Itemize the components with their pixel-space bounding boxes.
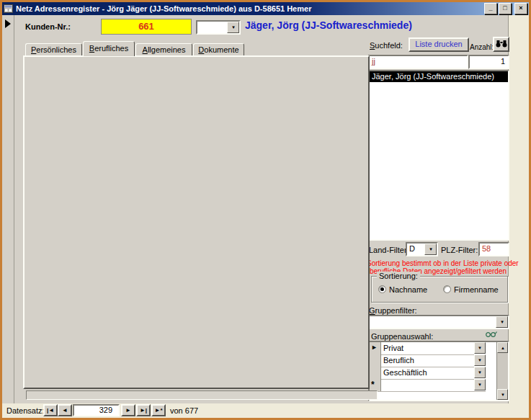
datensatz-label: Datensatz: <box>6 406 45 416</box>
scroll-down-icon[interactable] <box>497 389 508 400</box>
group-sortierung-title: Sortierung: <box>377 272 420 281</box>
radio-nachname-label: Nachname <box>389 285 427 295</box>
plz-filter-input[interactable]: 58 <box>478 242 509 256</box>
chevron-down-icon[interactable] <box>496 316 508 328</box>
land-filter-label: Land-Filter: <box>369 246 409 255</box>
statusbar: Datensatz: |◄ ◄ 329 ► ►| ►* von 677 <box>2 403 529 418</box>
app-icon <box>4 4 13 13</box>
record-number-input[interactable]: 329 <box>73 404 120 416</box>
chevron-down-icon[interactable] <box>474 379 486 390</box>
radio-nachname[interactable] <box>378 285 386 293</box>
gruppen-row-beruflich[interactable]: Beruflich <box>370 354 486 367</box>
new-record-selector[interactable]: * <box>370 379 381 391</box>
row-selector[interactable] <box>370 354 381 367</box>
scroll-up-icon[interactable] <box>497 342 508 353</box>
gruppenauswahl-grid[interactable]: Privat Beruflich Geschäftlich * <box>368 341 509 401</box>
count-field: 1 <box>468 55 509 69</box>
previous-record-button[interactable]: ◄ <box>58 404 72 416</box>
suchfeld-label: Suchfeld: <box>370 41 403 50</box>
plz-filter-label: PLZ-Filter: <box>441 246 478 255</box>
kunden-nr-field[interactable]: 661 <box>101 19 192 35</box>
gruppen-row-new[interactable]: * <box>370 379 486 392</box>
results-selected-item[interactable]: Jäger, Jörg (JJ-Softwareschmiede) <box>370 71 508 82</box>
record-count-text: von 677 <box>170 406 198 416</box>
chevron-down-icon[interactable] <box>474 354 486 366</box>
form-horizontal-scrollbar[interactable] <box>26 390 378 400</box>
new-record-button[interactable]: ►* <box>151 404 166 416</box>
radio-firmenname[interactable] <box>443 285 451 293</box>
row-selector-triangle-icon[interactable] <box>370 342 381 354</box>
titlebar[interactable]: Netz Adressenregister - Jörg Jäger (JJ-S… <box>2 2 529 15</box>
results-list[interactable]: Jäger, Jörg (JJ-Softwareschmiede) <box>368 70 509 241</box>
app-window: Netz Adressenregister - Jörg Jäger (JJ-S… <box>0 0 531 420</box>
chevron-down-icon[interactable] <box>424 243 437 255</box>
next-record-button[interactable]: ► <box>121 404 135 416</box>
maximize-button[interactable]: □ <box>499 3 512 14</box>
grid-vertical-scrollbar[interactable] <box>496 342 508 400</box>
liste-drucken-button[interactable]: Liste drucken <box>409 37 469 52</box>
chevron-down-icon[interactable] <box>474 367 486 378</box>
customer-name-header: Jäger, Jörg (JJ-Softwareschmiede) <box>245 21 412 30</box>
current-record-triangle-icon <box>5 19 11 28</box>
tab-allgemeines[interactable]: Allgemeines <box>135 43 192 55</box>
window-title: Netz Adressenregister - Jörg Jäger (JJ-S… <box>16 4 483 13</box>
anzahl-label: Anzahl: <box>470 43 494 52</box>
kunden-nr-label: Kunden-Nr.: <box>25 22 71 32</box>
search-button[interactable] <box>493 37 509 52</box>
last-record-button[interactable]: ►| <box>136 404 151 416</box>
asterisk-new-row-icon: * <box>371 380 375 390</box>
tab-persoenliches[interactable]: Persönliches <box>25 43 82 55</box>
form-area: Kunden-Nr.: 661 Jäger, Jörg (JJ-Software… <box>2 15 509 403</box>
tab-page-berufliches <box>23 55 370 389</box>
gruppenfilter-combo[interactable] <box>368 315 509 329</box>
search-input[interactable]: jj <box>368 55 468 69</box>
record-selector-bar[interactable] <box>2 15 14 403</box>
minimize-button[interactable]: _ <box>484 3 497 14</box>
tab-dokumente[interactable]: Dokumente <box>193 43 244 55</box>
chevron-down-icon[interactable] <box>227 22 239 33</box>
first-record-button[interactable]: |◄ <box>43 404 58 416</box>
gruppen-row-privat[interactable]: Privat <box>370 342 486 355</box>
land-filter-combo[interactable]: D <box>406 242 438 256</box>
tab-berufliches[interactable]: Berufliches <box>83 41 135 56</box>
kunden-nr-combo[interactable] <box>196 20 241 35</box>
binoculars-icon <box>496 40 507 49</box>
gruppen-row-geschaeftlich[interactable]: Geschäftlich <box>370 367 486 380</box>
glasses-icon[interactable] <box>485 330 498 339</box>
radio-firmenname-label: Firmenname <box>454 285 499 295</box>
close-button[interactable]: × <box>514 3 527 14</box>
chevron-down-icon[interactable] <box>474 342 486 354</box>
row-selector[interactable] <box>370 367 381 379</box>
